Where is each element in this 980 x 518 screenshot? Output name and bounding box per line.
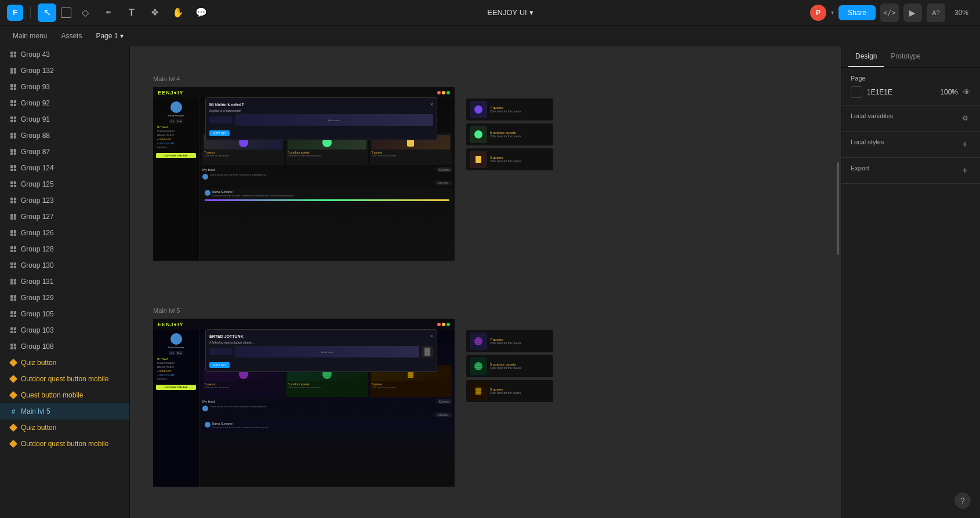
layer-name-group-88: Group 88 [21, 132, 50, 140]
layer-name-group-91: Group 91 [21, 115, 50, 123]
layer-name-quiz-button: Quiz button [21, 359, 56, 367]
dialog-title-2: ÉRTED JÖTTÜNK [209, 334, 244, 338]
cta-btn-2[interactable]: KÜPÜN AKTIVÁLÁSA [156, 385, 196, 390]
side-cards-panel-2: 7 quests Click here for the quests 5 out… [466, 330, 553, 402]
layer-item-group-127[interactable]: Group 127 [0, 209, 129, 225]
text-tool[interactable]: T [122, 3, 141, 22]
layer-item-group-103[interactable]: Group 103 [0, 322, 129, 338]
layer-item-outdoor-quest-btn-mobile-2[interactable]: Outdoor quest button mobile [0, 436, 129, 452]
dialog-subtitle-1: Segítsd el a közösséget! [209, 109, 433, 112]
layer-name-outdoor-quest-btn-mobile: Outdoor quest button mobile [21, 375, 108, 383]
layer-name-quest-btn-mobile: Quest button mobile [21, 391, 83, 399]
layer-item-group-131[interactable]: Group 131 [0, 273, 129, 290]
layer-item-quest-btn-mobile[interactable]: Quest button mobile [0, 387, 129, 403]
share-button[interactable]: Share [839, 5, 876, 20]
layer-icon-grid [9, 229, 17, 237]
layer-item-group-126[interactable]: Group 126 [0, 225, 129, 241]
export-label: Export [851, 165, 869, 172]
add-local-style-btn[interactable]: + [959, 138, 971, 150]
cta-btn-1[interactable]: KÜPÜN AKTIVÁLÁSA [156, 153, 196, 158]
dialog-btn-2[interactable]: KÜTT IGY [209, 362, 230, 368]
dialog-close-1[interactable]: × [430, 101, 433, 107]
toolbar-center: EENJOY UI ▾ [215, 8, 805, 17]
layer-item-quiz-button[interactable]: Quiz button [0, 355, 129, 371]
color-row: 1E1E1E 100% 👁 [851, 86, 971, 98]
layer-item-group-93[interactable]: Group 93 [0, 79, 129, 95]
canvas-scroll[interactable]: Main lvl 4 EENJ●IY [130, 46, 841, 518]
dialog-close-2[interactable]: × [430, 333, 433, 339]
layer-name-group-124: Group 124 [21, 164, 54, 172]
avatar-dropdown[interactable]: ▾ [831, 9, 834, 16]
toolbar-right: P ▾ Share </> ▶ A? 30% [810, 3, 973, 22]
frame-tool[interactable] [61, 8, 71, 18]
layer-item-group-88[interactable]: Group 88 [0, 127, 129, 144]
layer-name-group-126: Group 126 [21, 229, 54, 237]
select-tool[interactable]: ↖ [38, 3, 56, 22]
local-variables-settings[interactable]: ⚙ [959, 112, 971, 124]
layer-item-group-124[interactable]: Group 124 [0, 160, 129, 176]
layer-icon-hash: # [9, 407, 17, 415]
layer-item-group-132[interactable]: Group 132 [0, 63, 129, 79]
layer-item-group-128[interactable]: Group 128 [0, 241, 129, 257]
layer-item-group-108[interactable]: Group 108 [0, 338, 129, 355]
canvas-area[interactable]: Main lvl 4 EENJ●IY [130, 46, 841, 518]
user-avatar[interactable]: P [810, 5, 826, 21]
feed-btn[interactable]: Künnöst [437, 167, 452, 172]
code-view-btn[interactable]: </> [880, 3, 899, 22]
layer-item-group-123[interactable]: Group 123 [0, 192, 129, 209]
tab-prototype[interactable]: Prototype [884, 46, 927, 67]
layer-item-main-lvl-5[interactable]: #Main lvl 5 [0, 403, 129, 419]
layer-icon-grid [9, 132, 17, 140]
card2-sub: Click here for the outdoor quests [288, 154, 366, 157]
local-variables-section: Local variables ⚙ [841, 105, 980, 132]
layer-item-group-129[interactable]: Group 129 [0, 290, 129, 306]
canvas-scrollbar[interactable] [837, 162, 839, 255]
layer-name-group-125: Group 125 [21, 180, 54, 188]
accessibility-btn[interactable]: A? [927, 3, 945, 22]
comment-tool[interactable]: 💬 [192, 3, 210, 22]
file-title-arrow: ▾ [529, 8, 533, 17]
layer-icon-grid [9, 342, 17, 351]
action-btn[interactable]: KÖLDG [434, 181, 452, 185]
layer-item-group-130[interactable]: Group 130 [0, 257, 129, 273]
hand-tool[interactable]: ✋ [169, 3, 187, 22]
add-export-btn[interactable]: + [959, 165, 971, 176]
page-color-swatch[interactable] [851, 86, 862, 98]
layer-item-group-105[interactable]: Group 105 [0, 306, 129, 322]
component-tool[interactable]: ❖ [146, 3, 164, 22]
layer-item-quiz-button-2[interactable]: Quiz button [0, 419, 129, 436]
layer-icon-grid [9, 148, 17, 156]
right-panel: Design Prototype Page 1E1E1E 100% 👁 Loca… [841, 46, 980, 518]
play-btn[interactable]: ▶ [903, 3, 922, 22]
layer-name-group-129: Group 129 [21, 294, 54, 302]
page-selector-arrow: ▾ [120, 32, 124, 40]
layer-icon-grid [9, 261, 17, 269]
layer-item-group-91[interactable]: Group 91 [0, 111, 129, 127]
layer-item-group-43[interactable]: Group 43 [0, 46, 129, 63]
page-selector[interactable]: Page 1 ▾ [90, 30, 129, 42]
zoom-level[interactable]: 30% [950, 6, 973, 19]
help-button[interactable]: ? [954, 493, 971, 509]
assets-btn[interactable]: Assets [55, 30, 88, 42]
layer-item-group-92[interactable]: Group 92 [0, 95, 129, 111]
file-name: EENJOY UI [487, 8, 527, 17]
frame-label-2: Main lvl 5 [153, 307, 818, 314]
main-menu-btn[interactable]: Main menu [7, 30, 53, 42]
layer-item-outdoor-quest-btn-mobile[interactable]: Outdoor quest button mobile [0, 371, 129, 387]
dialog-btn-1[interactable]: KÜTT IGY [209, 130, 230, 136]
pen-tool[interactable]: ✒ [99, 3, 118, 22]
main-lvl-4-frame[interactable]: EENJ●IY Mi történik veled? × [153, 87, 455, 261]
main-lvl-5-frame[interactable]: EENJ●IY ÉRTED JÖTTÜNK × [153, 319, 455, 487]
layer-name-group-128: Group 128 [21, 245, 54, 253]
tab-design[interactable]: Design [848, 46, 884, 67]
layer-icon-grid [9, 99, 17, 107]
right-tabs: Design Prototype [841, 46, 980, 68]
dialog-title-1: Mi történik veled? [209, 103, 244, 107]
layer-item-group-125[interactable]: Group 125 [0, 176, 129, 192]
shape-tool[interactable]: ◇ [76, 3, 95, 22]
layer-name-group-105: Group 105 [21, 310, 54, 318]
figma-logo[interactable]: F [7, 5, 23, 21]
visibility-toggle[interactable]: 👁 [963, 87, 971, 97]
file-title[interactable]: EENJOY UI ▾ [487, 8, 533, 17]
layer-item-group-87[interactable]: Group 87 [0, 144, 129, 160]
